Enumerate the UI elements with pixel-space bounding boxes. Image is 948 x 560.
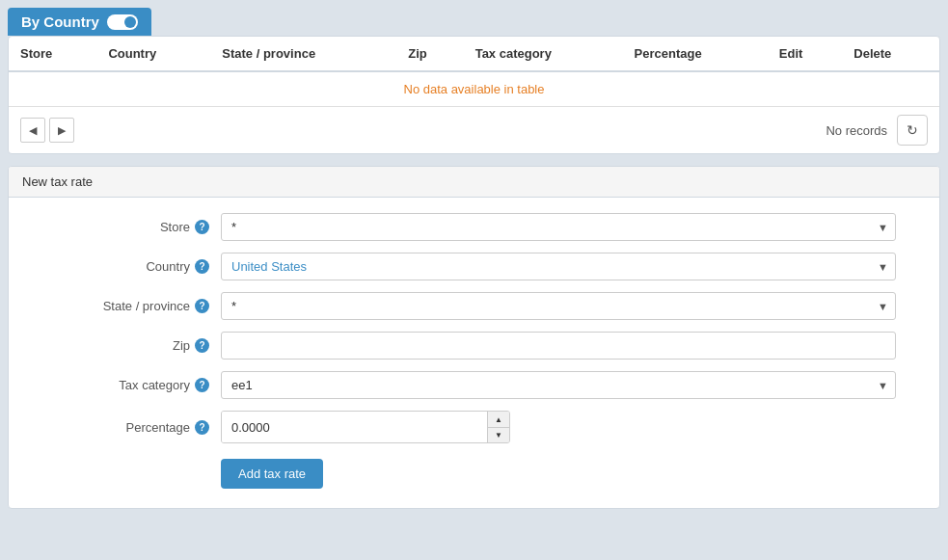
percentage-label: Percentage ? [28,420,221,435]
country-label: Country ? [28,259,221,274]
tax-category-help-icon[interactable]: ? [195,378,209,392]
country-select-wrapper: United States ▼ [221,253,896,280]
zip-help-icon[interactable]: ? [195,338,209,353]
tax-category-label: Tax category ? [28,378,221,392]
country-help-icon[interactable]: ? [195,259,209,274]
state-help-icon[interactable]: ? [195,299,209,313]
tax-category-row: Tax category ? ee1 ▼ [28,371,920,399]
zip-label: Zip ? [28,338,221,353]
tab-toggle[interactable] [107,14,138,30]
add-tax-rate-button[interactable]: Add tax rate [221,459,323,489]
next-page-button[interactable]: ▶ [49,118,74,143]
no-data-row: No data available in table [9,71,939,106]
col-country: Country [96,37,210,71]
col-tax-category: Tax category [464,37,623,71]
col-percentage: Percentage [623,37,768,71]
zip-row: Zip ? [28,332,920,360]
state-control: * ▼ [221,292,896,320]
country-row: Country ? United States ▼ [28,253,920,280]
zip-control [221,332,896,360]
percentage-help-icon[interactable]: ? [195,420,209,435]
store-help-icon[interactable]: ? [195,220,209,234]
tax-category-select[interactable]: ee1 [221,371,896,399]
percentage-spinner-wrapper: ▲ ▼ [221,411,510,443]
store-select[interactable]: * [221,213,896,241]
percentage-control: ▲ ▼ [221,411,896,443]
refresh-button[interactable]: ↻ [897,115,928,146]
state-select-wrapper: * ▼ [221,292,896,320]
percentage-spinner-buttons: ▲ ▼ [487,412,509,442]
tax-category-select-wrapper: ee1 ▼ [221,371,896,399]
tax-category-control: ee1 ▼ [221,371,896,399]
col-edit: Edit [768,37,843,71]
store-label: Store ? [28,220,221,234]
pagination-right: No records ↻ [826,115,928,146]
col-zip: Zip [396,37,463,71]
state-label: State / province ? [28,299,221,313]
store-control: * ▼ [221,213,896,241]
country-control: United States ▼ [221,253,896,280]
form-header: New tax rate [9,167,939,198]
no-data-message: No data available in table [9,71,939,106]
col-store: Store [9,37,96,71]
by-country-tab[interactable]: By Country [8,8,151,36]
tax-table: Store Country State / province Zip Tax c… [9,37,939,106]
no-records-label: No records [826,123,887,138]
percentage-up-button[interactable]: ▲ [488,412,509,427]
store-select-wrapper: * ▼ [221,213,896,241]
col-delete: Delete [842,37,939,71]
prev-page-button[interactable]: ◀ [20,118,45,143]
percentage-row: Percentage ? ▲ ▼ [28,411,920,443]
new-tax-rate-form-card: New tax rate Store ? * ▼ Country ? [8,166,940,509]
zip-input[interactable] [221,332,896,360]
tab-label: By Country [21,13,99,30]
percentage-down-button[interactable]: ▼ [488,427,509,442]
form-body: Store ? * ▼ Country ? Un [9,198,939,508]
tax-table-card: Store Country State / province Zip Tax c… [8,36,940,154]
country-select[interactable]: United States [221,253,896,280]
state-select[interactable]: * [221,292,896,320]
store-row: Store ? * ▼ [28,213,920,241]
percentage-input[interactable] [222,412,487,442]
state-row: State / province ? * ▼ [28,292,920,320]
pagination-buttons: ◀ ▶ [20,118,74,143]
col-state: State / province [210,37,396,71]
pagination-row: ◀ ▶ No records ↻ [9,106,939,153]
